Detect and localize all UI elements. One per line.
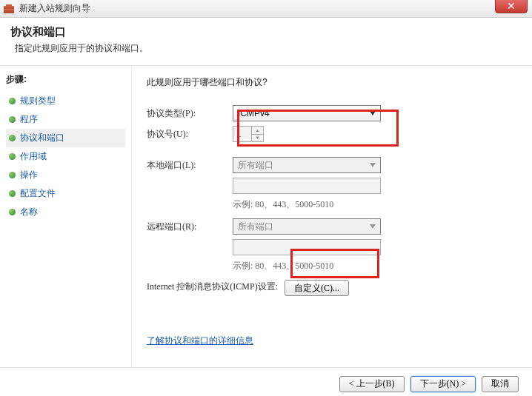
cancel-button[interactable]: 取消 [482,376,519,392]
chevron-down-icon [367,221,379,232]
step-scope[interactable]: 作用域 [6,147,125,166]
step-protocol-ports[interactable]: 协议和端口 [6,129,125,147]
local-port-value: 所有端口 [238,159,273,172]
remote-port-value: 所有端口 [238,221,273,233]
step-label: 作用域 [20,150,47,163]
local-port-combo: 所有端口 [233,157,381,173]
chevron-down-icon [367,107,379,119]
titlebar: 新建入站规则向导 ✕ [0,0,532,18]
remote-port-label: 远程端口(R): [147,221,233,233]
firewall-icon [3,3,15,15]
step-label: 操作 [20,169,38,181]
step-action[interactable]: 操作 [6,166,125,184]
protocol-num-value: 1 [236,129,242,139]
spinner-buttons: ▲▼ [251,127,263,141]
step-profile[interactable]: 配置文件 [6,184,125,203]
protocol-type-combo[interactable]: ICMPv4 [233,105,381,121]
bullet-icon [9,116,16,123]
bullet-icon [9,135,16,141]
step-program[interactable]: 程序 [6,110,125,129]
bullet-icon [9,98,16,104]
step-label: 规则类型 [20,95,56,107]
steps-sidebar: 步骤: 规则类型 程序 协议和端口 作用域 操作 配置文件 名称 [0,66,132,367]
content-panel: 此规则应用于哪些端口和协议? 协议类型(P): ICMPv4 协议号(U): 1… [132,66,532,367]
step-rule-type[interactable]: 规则类型 [6,92,125,110]
wizard-header: 协议和端口 指定此规则应用于的协议和端口。 [0,18,532,66]
wizard-footer: < 上一步(B) 下一步(N) > 取消 [0,367,532,396]
page-subtitle: 指定此规则应用于的协议和端口。 [15,42,522,55]
bullet-icon [9,153,16,160]
bullet-icon [9,209,16,215]
back-button[interactable]: < 上一步(B) [339,376,405,392]
local-port-textbox [233,178,381,194]
next-button[interactable]: 下一步(N) > [410,376,476,392]
step-label: 程序 [20,113,38,126]
steps-heading: 步骤: [6,73,125,86]
local-port-example: 示例: 80、443、5000-5010 [233,198,517,211]
bullet-icon [9,172,16,178]
svg-rect-2 [4,9,14,10]
window-title: 新建入站规则向导 [19,2,529,15]
close-button[interactable]: ✕ [495,0,528,13]
step-label: 协议和端口 [20,132,64,144]
protocol-num-label: 协议号(U): [147,128,233,141]
protocol-type-value: ICMPv4 [238,108,270,118]
remote-port-textbox [233,239,381,255]
step-name[interactable]: 名称 [6,203,125,221]
page-title: 协议和端口 [10,25,522,39]
protocol-type-label: 协议类型(P): [147,107,233,120]
bullet-icon [9,190,16,197]
remote-port-example: 示例: 80、443、5000-5010 [233,260,517,272]
remote-port-combo: 所有端口 [233,218,381,235]
local-port-label: 本地端口(L): [147,159,233,172]
learn-more-link[interactable]: 了解协议和端口的详细信息 [147,335,253,347]
content-question: 此规则应用于哪些端口和协议? [147,76,517,89]
close-icon: ✕ [507,0,516,12]
step-label: 配置文件 [20,187,56,200]
chevron-down-icon [367,159,379,171]
customize-button[interactable]: 自定义(C)... [285,280,349,296]
step-label: 名称 [20,206,38,218]
svg-rect-3 [6,4,12,7]
protocol-num-spinner: 1 ▲▼ [233,126,264,142]
icmp-settings-label: Internet 控制消息协议(ICMP)设置: [147,280,285,293]
